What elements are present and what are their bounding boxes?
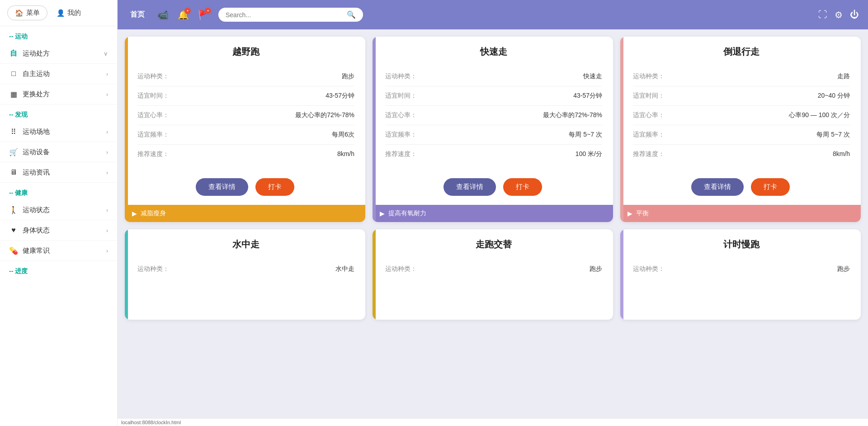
sidebar-label-exercise-venue: 运动场地 xyxy=(23,128,50,136)
card-run-walk: 走跑交替 运动种类： 跑步 xyxy=(373,229,613,320)
tag-label: 平衡 xyxy=(636,209,649,218)
card-fast-walk-buttons: 查看详情 打卡 xyxy=(373,171,613,205)
card-fast-walk-tag: ▶ 提高有氧耐力 xyxy=(373,205,613,222)
card-row: 适宜时间： 43-57分钟 xyxy=(385,86,602,106)
header: 首页 📹 🔔 • 🚩 • 🔍 ⛶ ⚙ ⏻ xyxy=(118,0,868,29)
card-row: 适宜心率： 最大心率的72%-78% xyxy=(137,106,354,125)
card-row: 适宜心率： 心率90 — 100 次／分 xyxy=(633,106,850,125)
section-header-sport: -- 运动 xyxy=(0,26,117,43)
search-input[interactable] xyxy=(226,11,347,19)
chevron-right-icon5: › xyxy=(106,169,108,176)
card-run-walk-title: 走跑交替 xyxy=(385,238,602,251)
user-icon: 👤 xyxy=(57,9,65,17)
fast-walk-checkin-button[interactable]: 打卡 xyxy=(503,178,542,196)
menu-button[interactable]: 🏠 菜单 xyxy=(7,5,47,20)
chevron-right-icon7: › xyxy=(106,227,108,234)
card-row: 适宜频率： 每周 5~7 次 xyxy=(633,125,850,145)
card-row: 适宜时间： 20~40 分钟 xyxy=(633,86,850,106)
search-icon: 🔍 xyxy=(347,10,356,19)
power-icon[interactable]: ⏻ xyxy=(850,9,859,20)
chevron-right-icon2: › xyxy=(106,91,108,98)
sidebar-item-change-prescription[interactable]: ▦ 更换处方 › xyxy=(0,84,117,104)
sidebar-label-health-knowledge: 健康常识 xyxy=(23,246,50,255)
sidebar-label-change-prescription: 更换处方 xyxy=(23,90,50,99)
fullscreen-icon[interactable]: ⛶ xyxy=(818,9,827,20)
settings-icon[interactable]: ⚙ xyxy=(835,9,843,20)
sidebar-item-exercise-equipment[interactable]: 🛒 运动设备 › xyxy=(0,142,117,162)
card-row: 运动种类： 跑步 xyxy=(633,260,850,279)
cards-grid-row1: 越野跑 运动种类： 跑步 适宜时间： 43-57分钟 适宜心率： 最大心率的72… xyxy=(125,37,861,222)
health-icon: 💊 xyxy=(9,246,18,255)
card-row: 运动种类： 跑步 xyxy=(137,67,354,86)
sidebar-label-exercise-status: 运动状态 xyxy=(23,206,50,214)
card-row: 运动种类： 水中走 xyxy=(137,260,354,279)
card-row: 适宜频率： 每周 5~7 次 xyxy=(385,125,602,145)
nav-home[interactable]: 首页 xyxy=(127,8,148,21)
card-trail-run: 越野跑 运动种类： 跑步 适宜时间： 43-57分钟 适宜心率： 最大心率的72… xyxy=(125,37,365,222)
chevron-right-icon3: › xyxy=(106,128,108,135)
card-backward-walk-buttons: 查看详情 打卡 xyxy=(620,171,861,205)
tag-icon: ▶ xyxy=(380,210,385,217)
header-right: ⛶ ⚙ ⏻ xyxy=(818,9,859,20)
tag-label: 减脂瘦身 xyxy=(141,209,166,218)
prescription-icon: 自 xyxy=(9,49,18,58)
fast-walk-detail-button[interactable]: 查看详情 xyxy=(443,178,496,196)
self-exercise-icon: □ xyxy=(9,69,18,78)
sidebar-item-body-status[interactable]: ♥ 身体状态 › xyxy=(0,220,117,241)
card-water-walk-title: 水中走 xyxy=(137,238,354,251)
sidebar-item-exercise-news[interactable]: 🖥 运动资讯 › xyxy=(0,162,117,183)
venue-icon: ⠿ xyxy=(9,127,18,136)
sidebar-item-exercise-prescription[interactable]: 自 运动处方 ∨ xyxy=(0,43,117,64)
sidebar-item-exercise-venue[interactable]: ⠿ 运动场地 › xyxy=(0,122,117,142)
section-header-health: -- 健康 xyxy=(0,183,117,200)
nav-video[interactable]: 📹 xyxy=(157,9,169,20)
sidebar-top: 🏠 菜单 👤 我的 xyxy=(0,0,117,26)
flag-badge: • xyxy=(205,8,211,14)
my-label: 我的 xyxy=(67,9,81,17)
card-row: 适宜频率： 每周6次 xyxy=(137,125,354,145)
my-button[interactable]: 👤 我的 xyxy=(57,9,81,17)
section-header-discover: -- 发现 xyxy=(0,104,117,122)
trail-run-detail-button[interactable]: 查看详情 xyxy=(196,178,248,196)
sidebar-label-body-status: 身体状态 xyxy=(23,226,50,235)
card-water-walk: 水中走 运动种类： 水中走 xyxy=(125,229,365,320)
card-row: 运动种类： 走路 xyxy=(633,67,850,86)
card-row: 运动种类： 快速走 xyxy=(385,67,602,86)
menu-label: 菜单 xyxy=(26,9,40,17)
chevron-right-icon: › xyxy=(106,71,108,77)
chevron-right-icon6: › xyxy=(106,207,108,213)
heart-icon: ♥ xyxy=(9,226,18,235)
backward-walk-checkin-button[interactable]: 打卡 xyxy=(751,178,790,196)
home-icon: 🏠 xyxy=(15,9,24,17)
status-url: localhost:8088/clockIn.html xyxy=(121,420,181,425)
sidebar-label-exercise-equipment: 运动设备 xyxy=(23,148,50,156)
change-icon: ▦ xyxy=(9,90,18,99)
card-fast-walk-title: 快速走 xyxy=(385,46,602,58)
nav-notification[interactable]: 🔔 • xyxy=(178,9,189,20)
cards-grid-row2: 水中走 运动种类： 水中走 走跑交替 运动种类： 跑步 xyxy=(125,229,861,320)
trail-run-checkin-button[interactable]: 打卡 xyxy=(255,178,294,196)
sidebar-item-health-knowledge[interactable]: 💊 健康常识 › xyxy=(0,241,117,261)
content-area: 越野跑 运动种类： 跑步 适宜时间： 43-57分钟 适宜心率： 最大心率的72… xyxy=(118,29,868,418)
sidebar-item-self-exercise[interactable]: □ 自主运动 › xyxy=(0,64,117,84)
tag-icon: ▶ xyxy=(132,210,137,217)
card-row: 推荐速度： 8km/h xyxy=(633,145,850,164)
card-row: 适宜心率： 最大心率的72%-78% xyxy=(385,106,602,125)
search-box[interactable]: 🔍 xyxy=(218,8,363,22)
notification-badge: • xyxy=(184,8,191,14)
card-fast-walk: 快速走 运动种类： 快速走 适宜时间： 43-57分钟 适宜心率： 最大心率的7… xyxy=(373,37,613,222)
card-trail-run-buttons: 查看详情 打卡 xyxy=(125,171,365,205)
tag-label: 提高有氧耐力 xyxy=(388,209,426,218)
card-backward-walk-title: 倒退行走 xyxy=(633,46,850,58)
sidebar: 🏠 菜单 👤 我的 -- 运动 自 运动处方 ∨ □ 自主运动 › ▦ 更换处方… xyxy=(0,0,118,426)
card-row: 推荐速度： 8km/h xyxy=(137,145,354,164)
nav-flag[interactable]: 🚩 • xyxy=(198,9,209,20)
backward-walk-detail-button[interactable]: 查看详情 xyxy=(691,178,744,196)
card-row: 运动种类： 跑步 xyxy=(385,260,602,279)
walk-icon: 🚶 xyxy=(9,205,18,214)
sidebar-item-exercise-status[interactable]: 🚶 运动状态 › xyxy=(0,200,117,220)
equipment-icon: 🛒 xyxy=(9,147,18,156)
sidebar-label-exercise-prescription: 运动处方 xyxy=(23,49,50,58)
card-row: 推荐速度： 100 米/分 xyxy=(385,145,602,164)
sidebar-label-exercise-news: 运动资讯 xyxy=(23,168,50,177)
